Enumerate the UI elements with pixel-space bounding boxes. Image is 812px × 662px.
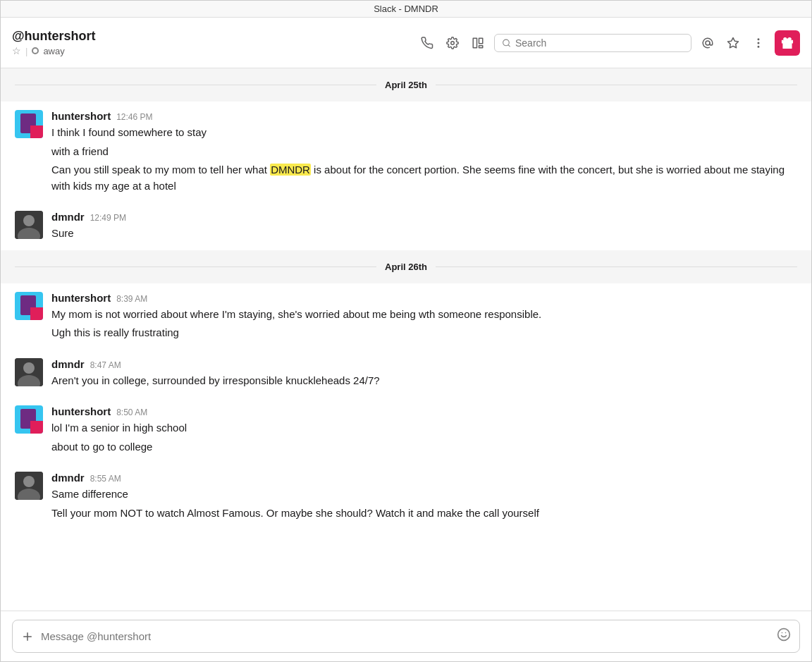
- message-text: My mom is not worried about where I'm st…: [51, 307, 797, 341]
- search-icon: [502, 38, 511, 48]
- message-header: dmndr 8:47 AM: [51, 358, 797, 370]
- message-text: Aren't you in college, surrounded by irr…: [51, 373, 797, 389]
- more-button[interactable]: [749, 34, 768, 52]
- avatar: [15, 110, 43, 138]
- message-content: dmndr 8:55 AM Same difference Tell your …: [51, 472, 797, 521]
- header-right: [418, 30, 800, 56]
- message-header: huntershort 8:50 AM: [51, 405, 797, 417]
- message-line: Aren't you in college, surrounded by irr…: [51, 373, 797, 389]
- compose-add-button[interactable]: [21, 630, 34, 643]
- message-group: dmndr 8:55 AM Same difference Tell your …: [1, 463, 811, 529]
- header-left: @huntershort ☆ | away: [12, 29, 418, 56]
- message-group: huntershort 12:46 PM I think I found som…: [1, 102, 811, 202]
- message-time: 8:39 AM: [116, 294, 147, 304]
- message-line: I think I found somewhere to stay: [51, 125, 797, 141]
- message-time: 8:47 AM: [90, 360, 121, 370]
- divider-line: [436, 266, 797, 267]
- message-header: dmndr 12:49 PM: [51, 211, 797, 223]
- message-line: My mom is not worried about where I'm st…: [51, 307, 797, 323]
- at-button[interactable]: [699, 34, 717, 52]
- avatar: [15, 405, 43, 434]
- avatar: [15, 211, 43, 239]
- message-line: Same difference: [51, 486, 797, 503]
- message-header: dmndr 8:55 AM: [51, 472, 797, 484]
- messages-area: April 25th huntershort 12:46 PM I think …: [1, 68, 811, 611]
- message-text: Sure: [51, 226, 797, 242]
- star-icon[interactable]: ☆: [12, 45, 21, 56]
- channel-name: @huntershort: [12, 29, 418, 44]
- svg-point-20: [23, 476, 35, 487]
- message-text: Same difference Tell your mom NOT to wat…: [51, 486, 797, 521]
- avatar: [15, 292, 43, 320]
- search-box: [494, 34, 691, 52]
- message-line: Ugh this is really frustrating: [51, 325, 797, 341]
- message-group: huntershort 8:50 AM lol I'm a senior in …: [1, 397, 811, 463]
- message-author: dmndr: [51, 358, 85, 370]
- date-divider-april26: April 26th: [1, 250, 811, 283]
- title-bar: Slack - DMNDR: [1, 1, 811, 18]
- message-content: dmndr 12:49 PM Sure: [51, 211, 797, 242]
- compose-box: [12, 620, 800, 653]
- highlight-dmndr: DMNDR: [270, 164, 311, 176]
- compose-area: [1, 611, 811, 661]
- divider-line: [436, 85, 797, 85]
- svg-point-24: [778, 629, 790, 641]
- message-author: huntershort: [51, 405, 111, 417]
- call-button[interactable]: [418, 34, 436, 52]
- date-divider-april25: April 25th: [1, 68, 811, 102]
- message-text: I think I found somewhere to stay with a…: [51, 125, 797, 194]
- message-time: 12:49 PM: [90, 213, 126, 223]
- message-content: dmndr 8:47 AM Aren't you in college, sur…: [51, 358, 797, 389]
- svg-point-9: [758, 42, 759, 44]
- compose-emoji-button[interactable]: [777, 627, 791, 645]
- message-header: huntershort 12:46 PM: [51, 110, 797, 122]
- message-text: lol I'm a senior in high school about to…: [51, 420, 797, 455]
- svg-point-8: [758, 39, 759, 40]
- svg-marker-7: [728, 37, 739, 47]
- svg-point-6: [706, 41, 710, 45]
- svg-rect-2: [479, 38, 483, 44]
- message-header: huntershort 8:39 AM: [51, 292, 797, 304]
- message-line: about to go to college: [51, 439, 797, 455]
- message-time: 8:55 AM: [90, 474, 121, 484]
- message-group: huntershort 8:39 AM My mom is not worrie…: [1, 283, 811, 350]
- divider: |: [25, 46, 27, 56]
- settings-button[interactable]: [443, 34, 462, 52]
- svg-rect-1: [473, 38, 476, 48]
- divider-line: [15, 266, 376, 267]
- message-line: with a friend: [51, 144, 797, 160]
- message-time: 8:50 AM: [116, 407, 147, 417]
- avatar: [15, 358, 43, 386]
- svg-point-14: [23, 215, 35, 226]
- message-author: dmndr: [51, 472, 85, 484]
- avatar: [15, 472, 43, 500]
- message-group: dmndr 12:49 PM Sure: [1, 202, 811, 250]
- message-line: Can you still speak to my mom to tell he…: [51, 162, 797, 194]
- message-content: huntershort 8:50 AM lol I'm a senior in …: [51, 405, 797, 455]
- divider-line: [15, 85, 376, 85]
- message-line: lol I'm a senior in high school: [51, 420, 797, 436]
- search-input[interactable]: [515, 37, 684, 49]
- message-line: Tell your mom NOT to watch Almost Famous…: [51, 505, 797, 522]
- star-button[interactable]: [724, 34, 742, 52]
- canvas-button[interactable]: [469, 34, 487, 52]
- date-label-april25: April 25th: [385, 80, 427, 90]
- svg-point-17: [23, 362, 35, 374]
- channel-status: ☆ | away: [12, 45, 418, 56]
- message-author: huntershort: [51, 292, 111, 304]
- message-time: 12:46 PM: [116, 112, 152, 122]
- svg-rect-3: [479, 45, 483, 47]
- message-group: dmndr 8:47 AM Aren't you in college, sur…: [1, 350, 811, 398]
- header: @huntershort ☆ | away: [1, 18, 811, 68]
- message-content: huntershort 8:39 AM My mom is not worrie…: [51, 292, 797, 341]
- date-label-april26: April 26th: [385, 262, 427, 272]
- svg-point-10: [758, 46, 759, 47]
- message-author: huntershort: [51, 110, 111, 122]
- compose-input[interactable]: [41, 630, 770, 642]
- message-content: huntershort 12:46 PM I think I found som…: [51, 110, 797, 194]
- svg-line-5: [508, 44, 510, 46]
- svg-point-0: [451, 41, 455, 44]
- window-title: Slack - DMNDR: [374, 4, 438, 14]
- status-dot: [32, 47, 39, 54]
- gift-button[interactable]: [775, 30, 800, 56]
